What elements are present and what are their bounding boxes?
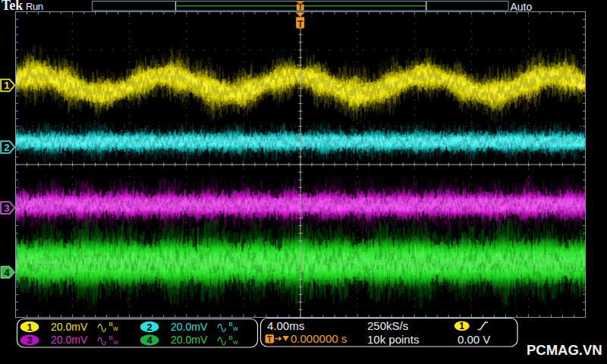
svg-text:10k points: 10k points — [367, 333, 419, 346]
svg-text:250kS/s: 250kS/s — [367, 319, 408, 332]
svg-text:1: 1 — [27, 322, 32, 333]
svg-text:2: 2 — [146, 322, 152, 333]
svg-text:W: W — [233, 340, 238, 345]
svg-text:1: 1 — [4, 80, 10, 91]
svg-text:Run: Run — [26, 1, 43, 12]
svg-text:1: 1 — [459, 321, 464, 331]
svg-text:Auto: Auto — [511, 1, 533, 13]
svg-text:4: 4 — [146, 334, 153, 346]
svg-text:2: 2 — [4, 142, 10, 153]
svg-text:20.0mV: 20.0mV — [171, 334, 208, 346]
svg-text:W: W — [113, 326, 118, 331]
svg-text:T: T — [298, 3, 303, 11]
svg-text:W: W — [233, 326, 238, 331]
svg-text:20.0mV: 20.0mV — [171, 321, 208, 333]
svg-text:Tek: Tek — [2, 0, 23, 13]
svg-text:20.0mV: 20.0mV — [51, 334, 88, 346]
svg-text:4: 4 — [4, 267, 10, 278]
svg-text:T: T — [297, 18, 304, 30]
svg-text:4.00ms: 4.00ms — [267, 319, 304, 332]
svg-text:T: T — [267, 334, 272, 344]
svg-text:0.00 V: 0.00 V — [458, 333, 490, 346]
svg-text:W: W — [113, 340, 118, 345]
svg-text:3: 3 — [4, 202, 10, 214]
svg-text:0.000000 s: 0.000000 s — [291, 332, 347, 345]
svg-text:20.0mV: 20.0mV — [51, 321, 88, 333]
svg-text:3: 3 — [27, 334, 32, 346]
svg-text:PCMAG.VN: PCMAG.VN — [527, 342, 602, 358]
